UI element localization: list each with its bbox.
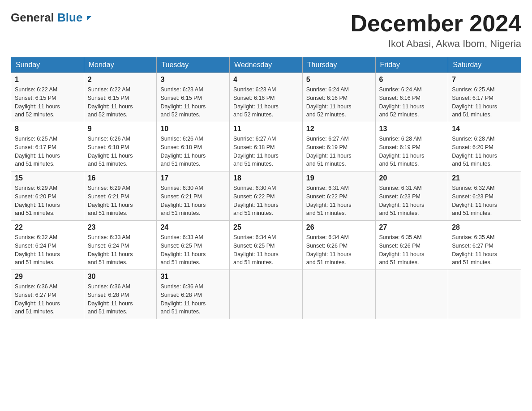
calendar-cell: 17 Sunrise: 6:30 AM Sunset: 6:21 PM Dayl… (157, 171, 230, 221)
day-info: Sunrise: 6:27 AM Sunset: 6:19 PM Dayligh… (306, 135, 372, 168)
calendar-cell: 3 Sunrise: 6:23 AM Sunset: 6:15 PM Dayli… (157, 73, 230, 122)
day-number: 4 (233, 76, 299, 84)
calendar-cell: 7 Sunrise: 6:25 AM Sunset: 6:17 PM Dayli… (448, 73, 521, 122)
day-info: Sunrise: 6:24 AM Sunset: 6:16 PM Dayligh… (306, 86, 372, 119)
title-block: December 2024 Ikot Abasi, Akwa Ibom, Nig… (350, 11, 521, 50)
day-info: Sunrise: 6:22 AM Sunset: 6:15 PM Dayligh… (88, 86, 153, 119)
calendar-cell: 4 Sunrise: 6:23 AM Sunset: 6:16 PM Dayli… (230, 73, 303, 122)
calendar-cell: 14 Sunrise: 6:28 AM Sunset: 6:20 PM Dayl… (448, 122, 521, 171)
week-row-4: 22 Sunrise: 6:32 AM Sunset: 6:24 PM Dayl… (11, 221, 521, 270)
calendar-cell: 28 Sunrise: 6:35 AM Sunset: 6:27 PM Dayl… (448, 221, 521, 270)
calendar-cell (230, 270, 303, 319)
day-info: Sunrise: 6:25 AM Sunset: 6:17 PM Dayligh… (452, 86, 517, 119)
logo-block: General Blue (11, 11, 96, 25)
day-number: 8 (15, 125, 80, 133)
day-number: 26 (306, 223, 372, 231)
calendar-cell: 1 Sunrise: 6:22 AM Sunset: 6:15 PM Dayli… (11, 73, 84, 122)
month-title: December 2024 (350, 11, 521, 36)
day-info: Sunrise: 6:22 AM Sunset: 6:15 PM Dayligh… (15, 86, 80, 119)
calendar-cell: 23 Sunrise: 6:33 AM Sunset: 6:24 PM Dayl… (84, 221, 157, 270)
day-number: 30 (88, 273, 153, 281)
day-number: 2 (88, 76, 153, 84)
day-info: Sunrise: 6:36 AM Sunset: 6:28 PM Dayligh… (160, 283, 226, 316)
day-info: Sunrise: 6:23 AM Sunset: 6:15 PM Dayligh… (160, 86, 226, 119)
location-title: Ikot Abasi, Akwa Ibom, Nigeria (350, 38, 521, 50)
day-info: Sunrise: 6:31 AM Sunset: 6:23 PM Dayligh… (379, 184, 445, 218)
day-number: 9 (88, 125, 153, 133)
header-friday: Friday (375, 57, 448, 73)
day-number: 19 (306, 174, 372, 182)
calendar-cell (448, 270, 521, 319)
calendar-cell: 30 Sunrise: 6:36 AM Sunset: 6:28 PM Dayl… (84, 270, 157, 319)
header-tuesday: Tuesday (157, 57, 230, 73)
day-number: 16 (88, 174, 153, 182)
day-info: Sunrise: 6:23 AM Sunset: 6:16 PM Dayligh… (233, 86, 299, 119)
day-number: 10 (160, 125, 226, 133)
day-number: 1 (15, 76, 80, 84)
calendar-cell: 13 Sunrise: 6:28 AM Sunset: 6:19 PM Dayl… (375, 122, 448, 171)
day-number: 29 (15, 273, 80, 281)
calendar-cell: 31 Sunrise: 6:36 AM Sunset: 6:28 PM Dayl… (157, 270, 230, 319)
day-number: 15 (15, 174, 80, 182)
logo-arrow-icon (87, 16, 96, 21)
day-number: 27 (379, 223, 445, 231)
logo-blue-label: Blue (57, 11, 82, 24)
day-info: Sunrise: 6:29 AM Sunset: 6:20 PM Dayligh… (15, 184, 80, 218)
header-thursday: Thursday (302, 57, 375, 73)
day-info: Sunrise: 6:27 AM Sunset: 6:18 PM Dayligh… (233, 135, 299, 168)
day-info: Sunrise: 6:30 AM Sunset: 6:22 PM Dayligh… (233, 184, 299, 218)
day-number: 28 (452, 223, 517, 231)
day-info: Sunrise: 6:26 AM Sunset: 6:18 PM Dayligh… (88, 135, 153, 168)
day-number: 22 (15, 223, 80, 231)
day-number: 21 (452, 174, 517, 182)
calendar-cell (375, 270, 448, 319)
logo-general: General (11, 11, 54, 24)
day-info: Sunrise: 6:33 AM Sunset: 6:25 PM Dayligh… (160, 233, 226, 267)
calendar-cell: 27 Sunrise: 6:35 AM Sunset: 6:26 PM Dayl… (375, 221, 448, 270)
day-info: Sunrise: 6:31 AM Sunset: 6:22 PM Dayligh… (306, 184, 372, 218)
header-saturday: Saturday (448, 57, 521, 73)
calendar-cell: 2 Sunrise: 6:22 AM Sunset: 6:15 PM Dayli… (84, 73, 157, 122)
calendar-cell: 15 Sunrise: 6:29 AM Sunset: 6:20 PM Dayl… (11, 171, 84, 221)
calendar-header: SundayMondayTuesdayWednesdayThursdayFrid… (11, 57, 521, 73)
day-info: Sunrise: 6:32 AM Sunset: 6:23 PM Dayligh… (452, 184, 517, 218)
week-row-2: 8 Sunrise: 6:25 AM Sunset: 6:17 PM Dayli… (11, 122, 521, 171)
calendar-cell: 11 Sunrise: 6:27 AM Sunset: 6:18 PM Dayl… (230, 122, 303, 171)
week-row-5: 29 Sunrise: 6:36 AM Sunset: 6:27 PM Dayl… (11, 270, 521, 319)
day-number: 7 (452, 76, 517, 84)
calendar-cell: 16 Sunrise: 6:29 AM Sunset: 6:21 PM Dayl… (84, 171, 157, 221)
calendar-cell: 29 Sunrise: 6:36 AM Sunset: 6:27 PM Dayl… (11, 270, 84, 319)
day-number: 13 (379, 125, 445, 133)
calendar-cell: 10 Sunrise: 6:26 AM Sunset: 6:18 PM Dayl… (157, 122, 230, 171)
calendar-cell: 18 Sunrise: 6:30 AM Sunset: 6:22 PM Dayl… (230, 171, 303, 221)
day-info: Sunrise: 6:26 AM Sunset: 6:18 PM Dayligh… (160, 135, 226, 168)
day-info: Sunrise: 6:33 AM Sunset: 6:24 PM Dayligh… (88, 233, 153, 267)
day-number: 31 (160, 273, 226, 281)
day-number: 20 (379, 174, 445, 182)
week-row-3: 15 Sunrise: 6:29 AM Sunset: 6:20 PM Dayl… (11, 171, 521, 221)
day-info: Sunrise: 6:36 AM Sunset: 6:28 PM Dayligh… (88, 283, 153, 316)
calendar-cell: 9 Sunrise: 6:26 AM Sunset: 6:18 PM Dayli… (84, 122, 157, 171)
calendar-cell: 25 Sunrise: 6:34 AM Sunset: 6:25 PM Dayl… (230, 221, 303, 270)
day-info: Sunrise: 6:35 AM Sunset: 6:26 PM Dayligh… (379, 233, 445, 267)
logo-blue-text: Blue (54, 11, 96, 24)
header-row: SundayMondayTuesdayWednesdayThursdayFrid… (11, 57, 521, 73)
day-info: Sunrise: 6:32 AM Sunset: 6:24 PM Dayligh… (15, 233, 80, 267)
calendar-cell: 24 Sunrise: 6:33 AM Sunset: 6:25 PM Dayl… (157, 221, 230, 270)
header-monday: Monday (84, 57, 157, 73)
calendar-body: 1 Sunrise: 6:22 AM Sunset: 6:15 PM Dayli… (11, 73, 521, 319)
day-info: Sunrise: 6:34 AM Sunset: 6:26 PM Dayligh… (306, 233, 372, 267)
calendar-cell: 20 Sunrise: 6:31 AM Sunset: 6:23 PM Dayl… (375, 171, 448, 221)
day-info: Sunrise: 6:29 AM Sunset: 6:21 PM Dayligh… (88, 184, 153, 218)
logo: General Blue (11, 11, 96, 25)
day-number: 24 (160, 223, 226, 231)
header-sunday: Sunday (11, 57, 84, 73)
day-number: 23 (88, 223, 153, 231)
calendar-cell: 22 Sunrise: 6:32 AM Sunset: 6:24 PM Dayl… (11, 221, 84, 270)
calendar-table: SundayMondayTuesdayWednesdayThursdayFrid… (11, 57, 521, 319)
day-number: 11 (233, 125, 299, 133)
calendar-cell (302, 270, 375, 319)
page-header: General Blue December 2024 Ikot Abasi, A… (11, 11, 521, 50)
day-number: 18 (233, 174, 299, 182)
header-wednesday: Wednesday (230, 57, 303, 73)
